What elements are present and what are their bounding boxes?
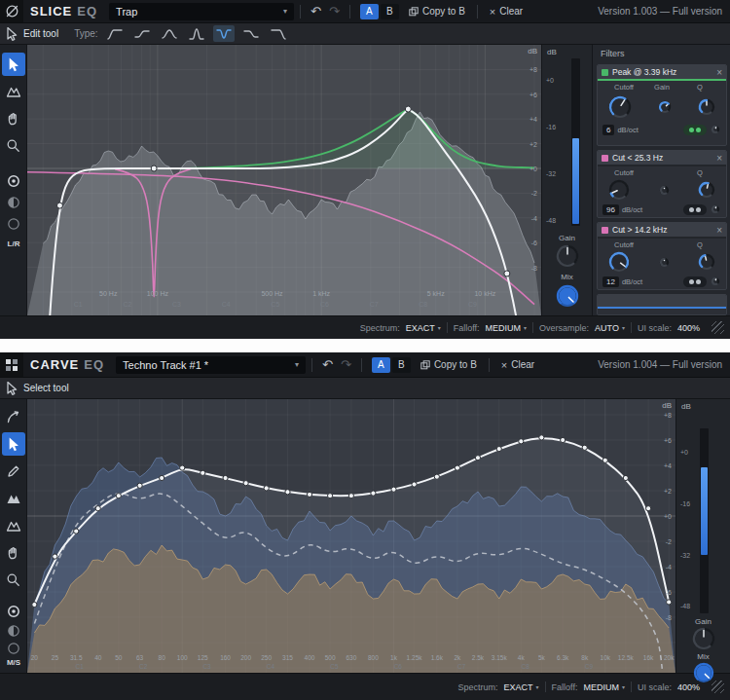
copy-to-b-button[interactable]: Copy to B (415, 359, 483, 370)
falloff-label: Falloff: (454, 323, 480, 333)
falloff-select[interactable]: MEDIUM▾ (583, 682, 625, 692)
slope-unit: dB/oct (622, 277, 642, 286)
spectrum-tool-button[interactable] (2, 80, 25, 103)
slope-value[interactable]: 12 (602, 276, 619, 287)
filters-panel: Filters Peak @ 3.39 kHz × CutoffGainQ 6 … (592, 45, 730, 315)
channel-mode-button[interactable]: M/S (2, 654, 25, 670)
db-axis-label: -2 (666, 538, 672, 545)
gain-knob[interactable] (658, 184, 671, 197)
filter-type-lowcut-button[interactable] (104, 25, 126, 42)
edit-tool-button[interactable] (2, 53, 25, 76)
cutoff-knob[interactable] (607, 250, 631, 274)
ui-scale-value[interactable]: 400% (677, 323, 700, 333)
stereo-toggle[interactable] (683, 125, 707, 135)
db-axis-label: +2 (664, 488, 672, 495)
stereo-mode-right-button[interactable] (2, 212, 25, 236)
redo-button[interactable]: ↷ (325, 4, 344, 18)
spectrum-fill-tool-button[interactable] (2, 487, 25, 510)
preset-dropdown[interactable]: Trap ▾ (109, 3, 294, 20)
slope-value[interactable]: 96 (602, 204, 619, 215)
resize-grip[interactable] (712, 321, 724, 334)
preset-dropdown[interactable]: Techno Track #1 * ▾ (116, 356, 306, 374)
filter-card-highcut: Cut > 14.2 kHz × CutoffQ 12 dB/oct (597, 222, 727, 290)
filter-type-highcut-button[interactable] (268, 25, 289, 42)
gain-knob[interactable] (658, 256, 671, 269)
pan-tool-button[interactable] (2, 107, 25, 130)
mix-label: Mix (542, 273, 592, 281)
zoom-tool-button[interactable] (2, 569, 25, 592)
oversample-select[interactable]: AUTO▾ (595, 323, 625, 333)
close-icon[interactable]: × (716, 67, 722, 78)
slope-value[interactable]: 6 (602, 125, 614, 135)
ab-a-button[interactable]: A (360, 4, 379, 19)
chevron-down-icon: ▾ (275, 7, 287, 16)
pan-tool-button[interactable] (2, 541, 25, 565)
magnifier-icon (6, 572, 21, 588)
stereo-mode-left-button[interactable] (2, 191, 25, 214)
plugin-title: SLICEEQ (30, 4, 97, 18)
filter-card-peak: Peak @ 3.39 kHz × CutoffGainQ 6 dB/oct (597, 64, 727, 146)
spectrum-select[interactable]: EXACT▾ (406, 323, 441, 333)
carve-eq-window: CARVEEQ Techno Track #1 * ▾ ↶ ↷ A B Copy… (0, 352, 730, 700)
clear-button[interactable]: × Clear (484, 6, 529, 18)
gain-label: Gain (676, 617, 730, 626)
cursor-icon (7, 382, 18, 395)
gain-knob[interactable] (555, 243, 580, 269)
filter-type-bandpass-button[interactable] (186, 25, 207, 42)
flick-tool-button[interactable] (2, 405, 25, 428)
stereo-toggle[interactable] (683, 204, 707, 215)
mix-knob[interactable] (692, 661, 715, 684)
draw-tool-button[interactable] (2, 460, 25, 483)
ab-b-button[interactable]: B (381, 4, 399, 19)
db-axis-label: +6 (529, 91, 537, 97)
stereo-mode-both-button[interactable] (2, 169, 25, 193)
db-axis-label: -8 (531, 264, 537, 271)
copy-to-b-button[interactable]: Copy to B (403, 6, 471, 17)
spectrum-select[interactable]: EXACT▾ (504, 682, 539, 692)
db-axis-label: -6 (666, 589, 672, 596)
pan-mini-knob[interactable] (710, 203, 721, 215)
slice-header: SLICEEQ Trap ▾ ↶ ↷ A B Copy to B × Clear… (0, 0, 730, 23)
ab-a-button[interactable]: A (372, 357, 390, 373)
filter-type-peak-button[interactable] (159, 25, 180, 42)
filter-type-highshelf-button[interactable] (240, 25, 262, 42)
close-icon[interactable]: × (716, 153, 722, 164)
magnifier-icon (6, 138, 21, 154)
db-axis-label: -4 (531, 214, 537, 221)
q-knob[interactable] (697, 97, 716, 117)
mix-knob[interactable] (555, 283, 580, 309)
stereo-toggle[interactable] (683, 276, 707, 287)
redo-button[interactable]: ↷ (337, 357, 355, 372)
eq-graph[interactable]: 50 Hz100 Hz500 Hz1 kHz5 kHz10 kHzC1C2C3C… (27, 45, 541, 315)
db-axis-label: -4 (666, 564, 672, 571)
cutoff-knob[interactable] (607, 178, 631, 202)
select-tool-button[interactable] (2, 432, 25, 456)
spectrum-line-tool-button[interactable] (2, 514, 25, 537)
undo-button[interactable]: ↶ (318, 357, 337, 372)
falloff-select[interactable]: MEDIUM▾ (486, 323, 528, 333)
cutoff-knob[interactable] (607, 94, 633, 120)
pencil-icon (6, 463, 21, 479)
gain-knob[interactable] (657, 99, 673, 115)
pan-mini-knob[interactable] (710, 276, 721, 287)
carve-header: CARVEEQ Techno Track #1 * ▾ ↶ ↷ A B Copy… (0, 352, 730, 378)
filter-type-lowshelf-button[interactable] (131, 25, 153, 42)
close-icon[interactable]: × (716, 225, 722, 236)
gain-knob[interactable] (691, 626, 716, 651)
filters-panel-title: Filters (601, 49, 625, 58)
pan-mini-knob[interactable] (710, 124, 721, 135)
channel-mode-button[interactable]: L/R (2, 236, 25, 251)
eq-graph[interactable]: 202531.540506380100125160200250315400500… (27, 399, 675, 673)
clear-button[interactable]: × Clear (495, 359, 540, 371)
filter-type-notch-button[interactable] (213, 25, 235, 42)
undo-button[interactable]: ↶ (307, 4, 325, 18)
meter-scale-label: -48 (546, 217, 556, 224)
preset-name: Techno Track #1 * (123, 359, 208, 371)
ab-b-button[interactable]: B (392, 357, 411, 373)
q-knob[interactable] (697, 252, 716, 272)
db-axis-label: -2 (531, 190, 537, 197)
filter-color-swatch (602, 69, 608, 76)
spectrum-label: Spectrum: (458, 682, 498, 692)
q-knob[interactable] (697, 180, 716, 200)
zoom-tool-button[interactable] (2, 134, 25, 158)
